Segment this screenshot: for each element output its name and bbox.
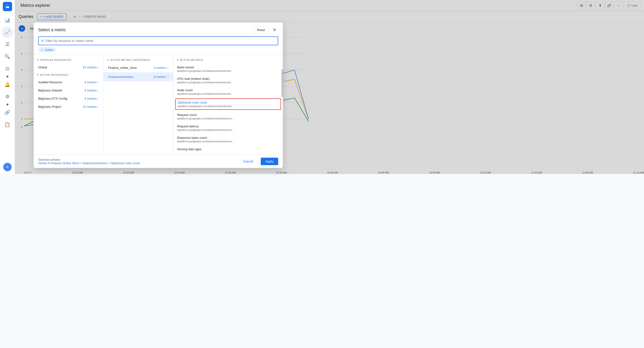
category-fos-arrow: › — [168, 66, 168, 70]
cpu-load-name: CPU load (hottest node) — [177, 77, 279, 81]
audited-count: 4 metrics › — [84, 81, 98, 84]
response-bytes-name: Response bytes count — [177, 136, 279, 140]
metric-bytes-stored[interactable]: Bytes stored aiplatform.googleapis.com/f… — [173, 63, 283, 75]
bytes-stored-name: Bytes stored — [177, 66, 279, 69]
resource-item-bigquery-dts[interactable]: BigQuery DTS Config 4 metrics › — [34, 95, 103, 103]
sidebar-item-services[interactable]: ⚙ — [2, 91, 13, 102]
request-count-path: aiplatform.googleapis.com/featureonlines… — [177, 117, 279, 120]
popular-header-label: POPULAR RESOURCES — [40, 59, 72, 61]
right-header: ▾ ACTIVE METRICS — [173, 57, 283, 63]
resource-item-bigquery-project[interactable]: BigQuery Project 10 metrics › — [34, 103, 103, 111]
category-fol-count: 8 metrics — [154, 75, 166, 79]
optimized-node-count-path: aiplatform.googleapis.com/featureonlines… — [178, 105, 279, 108]
selection-preview: Selection preview Vertex AI Feature Onli… — [38, 158, 140, 165]
bytes-stored-path: aiplatform.googleapis.com/featureonlines… — [177, 70, 279, 72]
resource-item-audited[interactable]: Audited Resource 4 metrics › — [34, 78, 103, 86]
response-bytes-path: aiplatform.googleapis.com/featureonlines… — [177, 140, 279, 143]
metric-selector-modal: Select a metric Reset ✕ ≡ ✓ Active — [34, 23, 283, 168]
right-arrow: ▾ — [177, 58, 179, 61]
node-count-path: aiplatform.googleapis.com/featureonlines… — [177, 92, 279, 95]
popular-arrow: ▾ — [37, 58, 39, 61]
metric-serving-data[interactable]: Serving data ages — [173, 145, 283, 153]
middle-column: ▾ ACTIVE METRIC CATEGORIES Feature_onlin… — [104, 55, 173, 155]
search-input[interactable] — [46, 39, 275, 43]
category-fol-arrow: › — [168, 75, 168, 79]
scrollbar-thumb[interactable] — [282, 69, 283, 97]
modal-header: Select a metric Reset ✕ — [34, 23, 283, 34]
active-filter-chip[interactable]: ✓ Active — [38, 47, 56, 53]
left-column: ▾ POPULAR RESOURCES Global 15 metrics › … — [34, 55, 104, 155]
global-arrow: › — [98, 66, 98, 69]
modal-overlay[interactable]: Select a metric Reset ✕ ≡ ✓ Active — [15, 0, 322, 174]
audited-label: Audited Resource — [38, 81, 62, 84]
metric-optimized-node-count[interactable]: Optimized node count aiplatform.googleap… — [175, 98, 281, 110]
global-label: Global — [38, 66, 47, 69]
middle-header: ▾ ACTIVE METRIC CATEGORIES — [104, 57, 173, 63]
main-content: Metrics explorer ⊞ ⚙ ⬇ 🔗 ‹ 🕐 Last Querie… — [15, 0, 322, 174]
category-fol-label: Featureonlinestore — [108, 75, 133, 79]
bigquery-project-count: 10 metrics › — [83, 105, 98, 109]
selection-preview-label: Selection preview — [38, 158, 60, 161]
logo-icon: ⛰ — [5, 4, 10, 9]
selection-path[interactable]: Vertex AI Feature Online Store > feature… — [38, 161, 140, 165]
global-count: 15 metrics › — [83, 66, 98, 69]
check-icon: ✓ — [41, 48, 44, 52]
active-resources-arrow: ▾ — [37, 73, 39, 76]
middle-header-label: ACTIVE METRIC CATEGORIES — [110, 59, 150, 61]
optimized-node-count-name: Optimized node count — [178, 101, 279, 104]
request-latency-path: aiplatform.googleapis.com/featureonlines… — [177, 129, 279, 131]
bigquery-project-label: BigQuery Project — [38, 105, 61, 109]
right-column: ▾ ACTIVE METRICS Bytes stored aiplatform… — [173, 55, 283, 155]
node-count-name: Node count — [177, 88, 279, 92]
category-fos-right: 4 metrics › — [154, 66, 168, 70]
right-header-label: ACTIVE METRICS — [180, 59, 203, 61]
resource-item-global[interactable]: Global 15 metrics › — [34, 63, 103, 71]
category-fos-label: Feature_online_store — [108, 66, 137, 70]
active-resources-header: ▾ ACTIVE RESOURCES — [34, 71, 103, 78]
bigquery-dataset-count: 4 metrics › — [84, 89, 98, 92]
category-feature-online-store[interactable]: Feature_online_store 4 metrics › — [104, 63, 173, 72]
metric-node-count[interactable]: Node count aiplatform.googleapis.com/fea… — [173, 86, 283, 98]
search-icon: ≡ — [42, 39, 44, 43]
footer-buttons: Cancel Apply — [238, 158, 278, 165]
category-fol-right: 8 metrics › — [154, 75, 168, 79]
modal-columns: ▾ POPULAR RESOURCES Global 15 metrics › … — [34, 54, 283, 155]
sidebar-item-metrics[interactable]: 📈 — [2, 27, 13, 38]
request-count-name: Request count — [177, 113, 279, 117]
reset-button[interactable]: Reset — [253, 27, 269, 33]
apply-button[interactable]: Apply — [261, 158, 278, 165]
serving-data-name: Serving data ages — [177, 147, 279, 151]
search-box: ≡ — [38, 36, 278, 45]
popular-resources-header: ▾ POPULAR RESOURCES — [34, 57, 103, 63]
category-fos-count: 4 metrics — [154, 66, 166, 70]
sidebar-item-alerts[interactable]: 🔔 — [2, 79, 13, 90]
category-featureonlinestore[interactable]: Featureonlinestore 8 metrics › — [104, 72, 173, 81]
resource-item-bigquery-dataset[interactable]: BigQuery Dataset 4 metrics › — [34, 86, 103, 95]
metric-request-latency[interactable]: Request latency aiplatform.googleapis.co… — [173, 122, 283, 134]
sidebar-logo: ⛰ — [3, 2, 12, 11]
close-button[interactable]: ✕ — [271, 26, 278, 34]
request-latency-name: Request latency — [177, 125, 279, 128]
bigquery-dts-count: 4 metrics › — [84, 97, 98, 100]
sidebar-item-compare[interactable]: ⚖ — [2, 63, 13, 74]
sidebar-item-search[interactable]: 🔍 — [2, 51, 13, 62]
bigquery-dataset-label: BigQuery Dataset — [38, 89, 62, 92]
sidebar-item-reports[interactable]: 📋 — [2, 119, 13, 130]
active-resources-label: ACTIVE RESOURCES — [40, 74, 68, 76]
sidebar-item-link[interactable]: 🔗 — [2, 107, 13, 118]
sidebar-item-logs[interactable]: ☰ — [2, 39, 13, 50]
active-chip-container: ✓ Active — [38, 47, 278, 53]
active-chip-label: Active — [45, 48, 53, 52]
modal-footer: Selection preview Vertex AI Feature Onli… — [34, 155, 283, 168]
middle-arrow: ▾ — [107, 58, 109, 61]
sidebar: ⛰ 📊 📈 ☰ 🔍 ⚖ 🔔 ⚙ 🔗 📋 A — [0, 0, 15, 174]
bigquery-dts-label: BigQuery DTS Config — [38, 97, 67, 100]
sidebar-item-dashboard[interactable]: 📊 — [2, 15, 13, 26]
metric-response-bytes[interactable]: Response bytes count aiplatform.googleap… — [173, 134, 283, 145]
sidebar-dot-2 — [6, 104, 8, 105]
metric-request-count[interactable]: Request count aiplatform.googleapis.com/… — [173, 111, 283, 122]
cancel-button[interactable]: Cancel — [238, 158, 258, 165]
metric-cpu-load[interactable]: CPU load (hottest node) aiplatform.googl… — [173, 75, 283, 86]
sidebar-avatar[interactable]: A — [3, 163, 12, 171]
cpu-load-path: aiplatform.googleapis.com/featureonlines… — [177, 81, 279, 84]
